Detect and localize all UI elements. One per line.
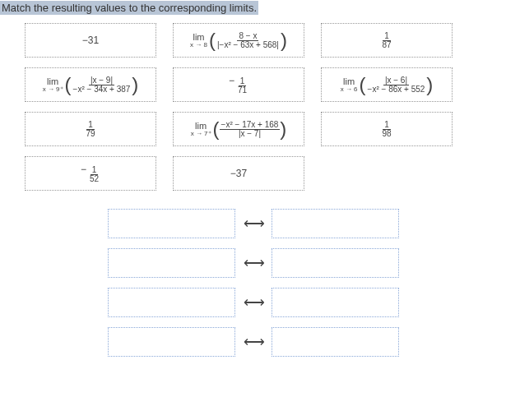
tile-limit-7plus[interactable]: limx → 7⁺ ( −x² − 17x + 168|x − 7| ) [173, 112, 304, 146]
drop-right-4[interactable] [272, 327, 399, 357]
match-zone: ⟷ ⟷ ⟷ ⟷ [0, 201, 506, 357]
drop-left-3[interactable] [108, 288, 235, 317]
match-row-2: ⟷ [108, 248, 399, 278]
tile-frac-1-98[interactable]: 198 [321, 112, 453, 146]
drop-left-2[interactable] [108, 248, 235, 278]
tile-value: −31 [82, 35, 99, 46]
limit-expr: limx → 8 ( 8 − x|−x² − 63x + 568| ) [190, 30, 287, 50]
tile-minus-31[interactable]: −31 [25, 23, 156, 58]
tile-limit-9plus[interactable]: limx → 9⁺ ( |x − 9|−x² − 34x + 387 ) [25, 67, 156, 102]
match-row-1: ⟷ [108, 209, 399, 238]
tile-value: 198 [380, 121, 392, 138]
drop-right-1[interactable] [272, 209, 399, 238]
tile-limit-8[interactable]: limx → 8 ( 8 − x|−x² − 63x + 568| ) [173, 23, 304, 58]
drop-left-1[interactable] [108, 209, 235, 238]
drop-right-3[interactable] [272, 288, 399, 317]
limit-expr: limx → 6 ( |x − 6|−x² − 86x + 552 ) [341, 75, 434, 95]
tile-value: 187 [380, 32, 392, 49]
tile-value: −37 [230, 168, 247, 179]
tile-neg-frac-1-52[interactable]: −152 [25, 156, 156, 191]
tile-limit-6[interactable]: limx → 6 ( |x − 6|−x² − 86x + 552 ) [321, 67, 453, 102]
tile-row-3: 179 limx → 7⁺ ( −x² − 17x + 168|x − 7| )… [25, 112, 481, 146]
tile-row-1: −31 limx → 8 ( 8 − x|−x² − 63x + 568| ) … [25, 23, 481, 58]
tile-value: −152 [81, 164, 100, 183]
tile-grid: −31 limx → 8 ( 8 − x|−x² − 63x + 568| ) … [0, 15, 506, 191]
arrow-icon: ⟷ [244, 333, 263, 351]
tile-frac-1-87[interactable]: 187 [321, 23, 453, 58]
drop-right-2[interactable] [272, 248, 399, 278]
tile-frac-1-79[interactable]: 179 [25, 112, 156, 146]
match-row-4: ⟷ [108, 327, 399, 357]
tile-neg-frac-1-71[interactable]: −171 [173, 67, 304, 102]
tile-value: −171 [229, 75, 248, 95]
arrow-icon: ⟷ [244, 215, 263, 233]
drop-left-4[interactable] [108, 327, 235, 357]
match-row-3: ⟷ [108, 288, 399, 317]
limit-expr: limx → 9⁺ ( |x − 9|−x² − 34x + 387 ) [43, 75, 139, 95]
instruction-text: Match the resulting values to the corres… [0, 1, 258, 15]
tile-value: 179 [84, 121, 96, 138]
arrow-icon: ⟷ [244, 293, 263, 312]
tile-minus-37[interactable]: −37 [173, 156, 304, 191]
tile-row-2: limx → 9⁺ ( |x − 9|−x² − 34x + 387 ) −17… [25, 67, 481, 102]
tile-row-4: −152 −37 [25, 156, 481, 191]
limit-expr: limx → 7⁺ ( −x² − 17x + 168|x − 7| ) [191, 119, 287, 139]
arrow-icon: ⟷ [244, 254, 263, 272]
